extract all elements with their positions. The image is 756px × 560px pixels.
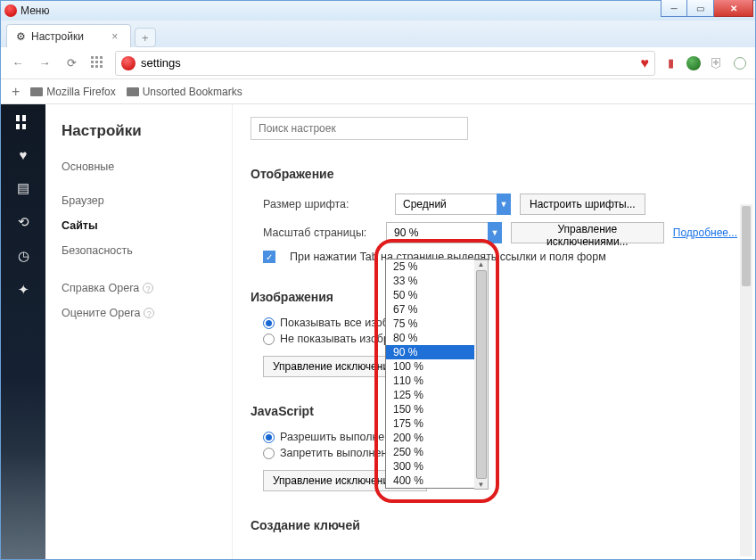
tabs-sidebar-icon[interactable]: ⟲: [18, 214, 29, 230]
maximize-button[interactable]: ▭: [687, 0, 714, 17]
dropdown-scrollbar-thumb[interactable]: [476, 270, 487, 479]
scrollbar-thumb[interactable]: [742, 206, 751, 286]
page-zoom-select[interactable]: 90 % ▼: [386, 222, 502, 243]
help-icon: ?: [144, 308, 154, 318]
zoom-option[interactable]: 300 %: [386, 459, 488, 474]
heart-sidebar-icon[interactable]: ♥: [20, 147, 28, 162]
zoom-dropdown-list[interactable]: 25 %33 %50 %67 %75 %80 %90 %100 %110 %12…: [385, 259, 489, 489]
scroll-down-icon[interactable]: ▼: [478, 481, 485, 489]
reload-button[interactable]: ⟳: [62, 54, 81, 73]
nav-help[interactable]: Справка Opera?: [45, 276, 232, 301]
zoom-option[interactable]: 25 %: [386, 259, 488, 274]
nav-security[interactable]: Безопасность: [45, 238, 232, 263]
toolbar: ← → ⟳ ♥ ▮ ⛨: [1, 47, 755, 79]
add-bookmark-button[interactable]: +: [12, 84, 20, 100]
tab-title: Настройки: [31, 30, 84, 43]
nav-browser[interactable]: Браузер: [45, 188, 232, 213]
js-allow-radio[interactable]: [263, 432, 275, 443]
sidebar: ♥ ▤ ⟲ ◷ ✦: [1, 104, 45, 559]
back-button[interactable]: ←: [8, 54, 28, 73]
section-images-title: Изображения: [251, 290, 737, 304]
images-hide-radio[interactable]: [263, 334, 275, 345]
tab-highlight-checkbox[interactable]: ✓: [263, 251, 275, 263]
settings-search-input[interactable]: [251, 117, 468, 140]
zoom-option[interactable]: 75 %: [386, 317, 488, 331]
folder-icon: [127, 87, 139, 96]
gear-icon: ⚙: [16, 30, 26, 43]
zoom-option[interactable]: 100 %: [386, 359, 488, 374]
zoom-option[interactable]: 400 %: [386, 474, 488, 488]
globe-icon[interactable]: [686, 55, 702, 71]
zoom-option[interactable]: 33 %: [386, 274, 488, 288]
zoom-option[interactable]: 175 %: [386, 416, 488, 431]
window-titlebar: Меню ─ ▭ ✕: [1, 1, 755, 21]
font-size-label: Размер шрифта:: [263, 198, 386, 210]
heart-icon[interactable]: ♥: [641, 55, 650, 71]
extensions-sidebar-icon[interactable]: ✦: [18, 282, 29, 298]
section-js-title: JavaScript: [251, 404, 737, 418]
bookmark-folder-unsorted[interactable]: Unsorted Bookmarks: [127, 86, 242, 98]
zoom-option[interactable]: 250 %: [386, 445, 488, 459]
learn-more-link[interactable]: Подробнее...: [673, 226, 737, 239]
speed-dial-icon[interactable]: [88, 54, 108, 73]
folder-icon: [30, 87, 43, 96]
battery-icon[interactable]: [732, 55, 748, 71]
bookmarks-bar: + Mozilla Firefox Unsorted Bookmarks: [1, 79, 755, 104]
help-icon: ?: [143, 283, 153, 293]
url-input[interactable]: [141, 56, 636, 70]
opera-logo-icon[interactable]: [4, 4, 17, 17]
section-keys-title: Создание ключей: [251, 518, 737, 532]
shield-icon[interactable]: ⛨: [709, 55, 725, 71]
opera-o-icon: [121, 56, 136, 70]
js-deny-radio[interactable]: [263, 448, 275, 459]
zoom-option[interactable]: 150 %: [386, 402, 488, 416]
nav-rate[interactable]: Оцените Opera?: [45, 301, 232, 325]
bookmark-folder-firefox[interactable]: Mozilla Firefox: [30, 86, 115, 98]
scroll-up-icon[interactable]: ▲: [478, 260, 485, 268]
new-tab-button[interactable]: +: [135, 28, 156, 47]
tab-settings[interactable]: ⚙ Настройки ×: [6, 24, 131, 47]
tab-close-button[interactable]: ×: [109, 30, 121, 43]
settings-heading: Настройки: [45, 117, 232, 154]
page-scrollbar[interactable]: [740, 204, 752, 556]
close-button[interactable]: ✕: [714, 0, 753, 17]
forward-button[interactable]: →: [35, 54, 54, 73]
zoom-option[interactable]: 50 %: [386, 288, 488, 302]
address-bar[interactable]: ♥: [115, 51, 655, 76]
configure-fonts-button[interactable]: Настроить шрифты...: [520, 194, 645, 215]
settings-content: Отображение Размер шрифта: Средний ▼ Нас…: [233, 104, 755, 559]
history-sidebar-icon[interactable]: ◷: [18, 248, 29, 264]
minimize-button[interactable]: ─: [661, 0, 687, 17]
zoom-option[interactable]: 110 %: [386, 374, 488, 388]
section-display-title: Отображение: [251, 167, 737, 181]
zoom-exceptions-button[interactable]: Управление исключениями...: [511, 222, 664, 243]
nav-sites[interactable]: Сайты: [45, 213, 232, 238]
bookmark-sidebar-icon[interactable]: ▮: [662, 55, 678, 71]
zoom-option[interactable]: 90 %: [386, 345, 488, 359]
zoom-option[interactable]: 200 %: [386, 431, 488, 445]
speed-dial-sidebar-icon[interactable]: [16, 115, 30, 129]
zoom-option[interactable]: 67 %: [386, 302, 488, 317]
images-show-radio[interactable]: [263, 317, 275, 329]
settings-nav: Настройки Основные Браузер Сайты Безопас…: [45, 104, 233, 559]
page-zoom-label: Масштаб страницы:: [263, 226, 377, 239]
zoom-option[interactable]: 80 %: [386, 331, 488, 345]
nav-basic[interactable]: Основные: [45, 154, 232, 179]
zoom-option[interactable]: 125 %: [386, 388, 488, 402]
news-sidebar-icon[interactable]: ▤: [17, 180, 29, 196]
font-size-select[interactable]: Средний ▼: [395, 194, 511, 215]
sidebar-decor: [1, 452, 45, 559]
menu-label[interactable]: Меню: [21, 4, 49, 17]
tab-strip: ⚙ Настройки × +: [1, 21, 755, 47]
